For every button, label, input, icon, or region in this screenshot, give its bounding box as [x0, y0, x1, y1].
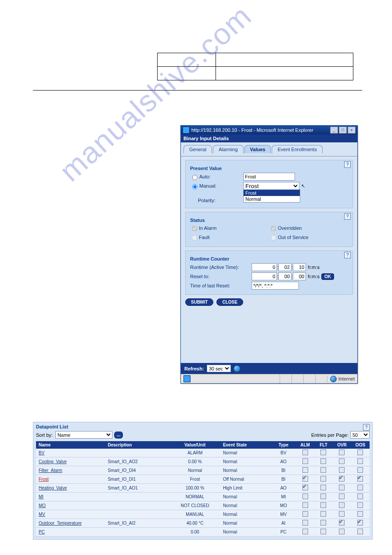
desc-cell — [105, 510, 169, 519]
close-window-button[interactable]: × — [348, 127, 356, 134]
fault-label: Fault — [199, 235, 209, 240]
sort-more-button[interactable]: ... — [114, 432, 123, 439]
col-oos[interactable]: OOS — [351, 441, 370, 449]
datapoint-link[interactable]: Heating_Valve — [39, 486, 67, 490]
col-event[interactable]: Event State — [220, 441, 271, 449]
reset-h-field[interactable] — [252, 272, 277, 280]
datapoint-link[interactable]: Filter_Alarm — [39, 468, 62, 473]
col-type[interactable]: Type — [271, 441, 296, 449]
checkbox-icon — [320, 485, 326, 490]
tab-general[interactable]: General — [183, 145, 212, 153]
checkbox-icon — [357, 467, 363, 473]
checkbox-icon — [357, 485, 363, 490]
auto-radio[interactable] — [192, 175, 198, 180]
event-cell: Off Normal — [220, 475, 271, 484]
desc-cell: Smart_IO_AO2 — [105, 457, 169, 466]
col-ovr[interactable]: OVR — [333, 441, 351, 449]
checkbox-icon — [320, 511, 326, 517]
col-value[interactable]: Value/Unit — [169, 441, 220, 449]
checkbox-icon — [302, 476, 308, 482]
value-cell: 0.00 % — [169, 457, 220, 466]
checkbox-icon — [320, 502, 326, 508]
type-cell: MO — [271, 501, 296, 510]
maximize-button[interactable]: □ — [339, 127, 347, 134]
datapoint-link[interactable]: Outdoor_Temperature — [39, 521, 82, 526]
tabs-bar: General Alarming Values Event Enrollment… — [181, 142, 357, 153]
reset-s-field[interactable] — [293, 272, 306, 280]
checkbox-icon — [357, 450, 363, 455]
zone-globe-icon — [330, 376, 337, 382]
type-cell: MV — [271, 510, 296, 519]
table-row: MONOT CLOSEDNormalMO — [36, 501, 370, 510]
datapoint-link[interactable]: Frost — [39, 477, 49, 482]
help-icon[interactable]: ? — [344, 213, 351, 220]
help-icon[interactable]: ? — [344, 252, 351, 258]
entries-per-page-select[interactable]: 50 — [350, 431, 370, 439]
overridden-checkbox — [271, 226, 276, 231]
help-icon[interactable]: ? — [363, 424, 370, 431]
minimize-button[interactable]: _ — [330, 127, 338, 134]
checkbox-icon — [357, 502, 363, 508]
reset-ok-button[interactable]: OK — [321, 273, 334, 280]
datapoint-link[interactable]: Cooling_Valve — [39, 459, 67, 464]
checkbox-icon — [320, 476, 326, 482]
help-icon[interactable]: ? — [344, 161, 351, 168]
checkbox-icon — [302, 529, 308, 534]
tab-alarming[interactable]: Alarming — [213, 145, 243, 153]
desc-cell — [105, 493, 169, 501]
type-cell: MI — [271, 493, 296, 501]
checkbox-icon — [320, 529, 326, 534]
sort-by-select[interactable]: Name — [55, 431, 112, 439]
datapoint-link[interactable]: BV — [39, 450, 44, 455]
value-cell: 40.00 °C — [169, 519, 220, 528]
option-normal[interactable]: Normal — [244, 196, 300, 202]
last-reset-label: Time of last Reset: — [190, 283, 252, 288]
col-flt[interactable]: FLT — [314, 441, 333, 449]
ie-dialog: http://192.168.200.10 - Frost - Microsof… — [180, 125, 358, 384]
manual-label: Manual: — [199, 183, 243, 189]
runtime-h-field[interactable] — [252, 263, 277, 271]
value-cell: NORMAL — [169, 493, 220, 501]
refresh-label: Refresh: — [184, 366, 204, 371]
col-desc[interactable]: Description — [105, 441, 169, 449]
col-alm[interactable]: ALM — [296, 441, 314, 449]
manual-radio[interactable] — [192, 184, 198, 189]
checkbox-icon — [320, 458, 326, 464]
refresh-select[interactable]: 30 sec — [207, 365, 231, 372]
runtime-s-field[interactable] — [293, 263, 306, 271]
tab-event-enrollments[interactable]: Event Enrollments — [272, 145, 322, 153]
entries-per-page-label: Entries per Page: — [311, 432, 349, 438]
type-cell: BV — [271, 449, 296, 457]
datapoint-link[interactable]: MO — [39, 503, 46, 508]
option-frost[interactable]: Frost — [244, 190, 300, 196]
runtime-active-label: Runtime (Active Time): — [190, 265, 252, 270]
table-row: BVALARMNormalBV — [36, 449, 370, 457]
refresh-globe-icon[interactable] — [234, 365, 241, 372]
table-row: Cooling_ValveSmart_IO_AO20.00 %NormalAO — [36, 457, 370, 466]
datapoint-link[interactable]: PC — [39, 530, 45, 534]
manual-dropdown-options[interactable]: Frost Normal — [243, 189, 300, 203]
checkbox-icon — [302, 520, 308, 526]
close-button[interactable]: CLOSE — [216, 298, 243, 306]
col-name[interactable]: Name — [36, 441, 105, 449]
submit-button[interactable]: SUBMIT — [185, 298, 213, 306]
reset-to-label: Reset to: — [190, 274, 252, 279]
checkbox-icon — [339, 476, 345, 482]
title-bar[interactable]: http://192.168.200.10 - Frost - Microsof… — [181, 126, 357, 134]
sort-by-label: Sort by: — [36, 432, 53, 438]
desc-cell — [105, 449, 169, 457]
value-cell: NOT CLOSED — [169, 501, 220, 510]
manual-select[interactable]: Frost — [243, 182, 299, 190]
checkbox-icon — [339, 520, 345, 526]
cursor-arrow-icon: ↖ — [301, 183, 305, 189]
in-alarm-checkbox — [192, 226, 197, 231]
tab-values[interactable]: Values — [245, 145, 271, 153]
type-cell: AO — [271, 484, 296, 493]
checkbox-icon — [302, 493, 308, 499]
checkbox-icon — [339, 511, 345, 517]
type-cell: BI — [271, 466, 296, 475]
reset-m-field[interactable] — [278, 272, 291, 280]
datapoint-link[interactable]: MV — [39, 512, 45, 517]
runtime-m-field[interactable] — [278, 263, 291, 271]
datapoint-link[interactable]: MI — [39, 494, 43, 499]
